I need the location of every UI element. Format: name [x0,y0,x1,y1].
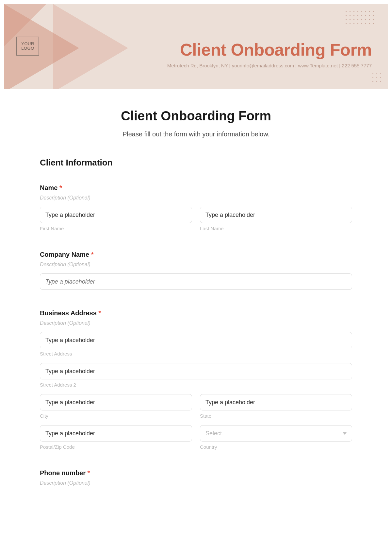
banner-website: www.Template.net [298,63,338,68]
company-name-input[interactable] [40,273,352,290]
field-phone-number: Phone number * Description (Optional) [40,469,352,486]
sublabel-postal: Postal/Zip Code [40,444,192,450]
field-description[interactable]: Description (Optional) [40,480,352,486]
sublabel-state: State [200,413,352,419]
field-label-address: Business Address * [40,309,352,317]
label-text: Phone number [40,469,86,477]
sublabel-street2: Street Address 2 [40,382,352,388]
last-name-input[interactable] [200,207,352,223]
sublabel-country: Country [200,444,352,450]
form-title: Client Onboarding Form [40,109,352,123]
field-label-phone: Phone number * [40,469,352,477]
postal-code-input[interactable] [40,425,192,442]
form-content: Client Onboarding Form Please fill out t… [4,89,388,486]
city-input[interactable] [40,394,192,410]
sublabel-first-name: First Name [40,226,192,231]
sublabel-city: City [40,413,192,419]
chevron-down-icon [343,432,347,435]
field-description[interactable]: Description (Optional) [40,320,352,326]
decorative-dots [346,11,375,25]
decorative-dots [372,73,382,83]
field-label-name: Name * [40,184,352,192]
field-name: Name * Description (Optional) First Name… [40,184,352,231]
section-client-information: Client Information [40,158,352,168]
label-text: Name [40,184,57,191]
field-business-address: Business Address * Description (Optional… [40,309,352,450]
sublabel-street: Street Address [40,351,352,356]
required-mark: * [98,309,101,317]
field-description[interactable]: Description (Optional) [40,262,352,268]
select-placeholder: Select... [205,430,227,437]
required-mark: * [88,469,90,477]
header-banner: YOUR LOGO Client Onboarding Form Metrote… [4,4,388,89]
form-subtitle: Please fill out the form with your infor… [40,130,352,138]
logo-placeholder: YOUR LOGO [16,37,39,56]
sublabel-last-name: Last Name [200,226,352,231]
first-name-input[interactable] [40,207,192,223]
label-text: Company Name [40,251,89,258]
banner-phone: 222 555 7777 [342,63,372,68]
field-label-company: Company Name * [40,251,352,258]
field-company-name: Company Name * Description (Optional) [40,251,352,290]
banner-contact-line: Metrotech Rd, Brooklyn, NY | yourinfo@em… [69,63,372,68]
separator: | [229,63,232,68]
field-description[interactable]: Description (Optional) [40,195,352,201]
street-address-2-input[interactable] [40,363,352,379]
street-address-input[interactable] [40,332,352,348]
required-mark: * [91,251,94,258]
required-mark: * [59,184,62,191]
state-input[interactable] [200,394,352,410]
label-text: Business Address [40,309,97,317]
banner-address: Metrotech Rd, Brooklyn, NY [167,63,228,68]
banner-title: Client Onboarding Form [69,40,372,60]
page: YOUR LOGO Client Onboarding Form Metrote… [0,0,392,496]
country-select[interactable]: Select... [200,425,352,442]
banner-email: yourinfo@emailaddress.com [232,63,294,68]
